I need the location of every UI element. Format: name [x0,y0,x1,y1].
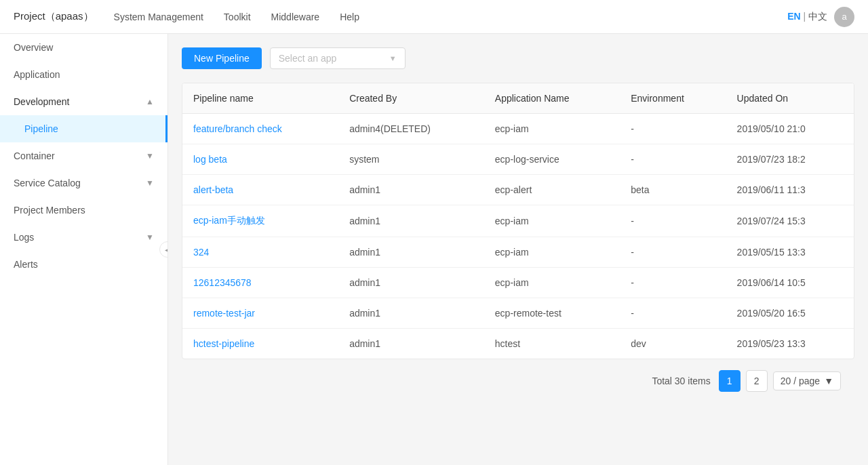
cell-updated-on: 2019/06/14 10:5 [726,268,854,298]
cell-created-by: admin4(DELETED) [338,114,484,144]
col-pipeline-name: Pipeline name [182,83,338,114]
pipeline-name-link[interactable]: log beta [193,154,227,165]
page-size-label: 20 / page [781,376,820,386]
nav-system-management[interactable]: System Management [114,12,203,22]
cell-environment: - [620,114,726,144]
page-2-button[interactable]: 2 [746,370,768,392]
cell-pipeline-name: ecp-iam手动触发 [182,205,338,237]
sidebar: Overview Application Development ▲ Pipel… [0,34,168,465]
sidebar-item-alerts[interactable]: Alerts [0,251,167,278]
cell-app-name: ecp-iam [484,237,620,268]
col-updated-on: Updated On [726,83,854,114]
lang-zh[interactable]: 中文 [808,11,827,22]
pipeline-table-container: Pipeline name Created By Application Nam… [182,83,854,359]
table-row: feature/branch check admin4(DELETED) ecp… [182,114,854,144]
nav-items: System Management Toolkit Middleware Hel… [114,12,788,22]
sidebar-item-logs[interactable]: Logs ▼ [0,224,167,251]
dropdown-caret-icon: ▼ [389,54,397,62]
pipeline-table: Pipeline name Created By Application Nam… [182,83,854,359]
cell-created-by: admin1 [338,237,484,268]
col-environment: Environment [620,83,726,114]
cell-pipeline-name: remote-test-jar [182,298,338,329]
pagination-total: Total 30 items [652,376,710,386]
cell-pipeline-name: hctest-pipeline [182,329,338,359]
pipeline-name-link[interactable]: 324 [193,247,209,258]
select-app-placeholder: Select an app [279,53,337,64]
table-row: log beta system ecp-log-service - 2019/0… [182,144,854,175]
col-created-by: Created By [338,83,484,114]
cell-created-by: admin1 [338,175,484,205]
pagination: Total 30 items 1 2 20 / page ▼ [182,359,854,403]
chevron-down-icon-container: ▼ [146,151,154,161]
chevron-up-icon: ▲ [146,97,154,106]
cell-app-name: ecp-iam [484,114,620,144]
cell-created-by: admin1 [338,298,484,329]
cell-created-by: admin1 [338,268,484,298]
layout: Overview Application Development ▲ Pipel… [0,0,868,465]
cell-updated-on: 2019/07/23 18:2 [726,144,854,175]
cell-updated-on: 2019/05/10 21:0 [726,114,854,144]
cell-environment: - [620,205,726,237]
lang-switcher: EN | 中文 [787,11,827,23]
select-app-dropdown[interactable]: Select an app ▼ [270,47,406,69]
cell-environment: - [620,237,726,268]
cell-updated-on: 2019/05/23 13:3 [726,329,854,359]
cell-app-name: ecp-alert [484,175,620,205]
table-scroll: Pipeline name Created By Application Nam… [182,83,854,359]
sidebar-item-overview[interactable]: Overview [0,34,167,61]
page-size-select[interactable]: 20 / page ▼ [773,371,841,390]
cell-app-name: ecp-remote-test [484,298,620,329]
cell-updated-on: 2019/05/20 16:5 [726,298,854,329]
lang-en[interactable]: EN [787,11,800,22]
pipeline-name-link[interactable]: ecp-iam手动触发 [193,215,265,226]
table-row: hctest-pipeline admin1 hctest dev 2019/0… [182,329,854,359]
cell-updated-on: 2019/06/11 11:3 [726,175,854,205]
cell-environment: beta [620,175,726,205]
pipeline-name-link[interactable]: feature/branch check [193,123,282,134]
nav-middleware[interactable]: Middleware [271,12,320,22]
chevron-down-icon-service: ▼ [146,178,154,188]
main-content: New Pipeline Select an app ▼ Pipeline na… [168,34,868,465]
toolbar: New Pipeline Select an app ▼ [182,47,854,69]
cell-pipeline-name: alert-beta [182,175,338,205]
sidebar-item-service-catalog[interactable]: Service Catalog ▼ [0,169,167,197]
page-size-caret-icon: ▼ [824,376,833,386]
sidebar-item-project-members[interactable]: Project Members [0,197,167,224]
nav-toolkit[interactable]: Toolkit [224,12,251,22]
table-header-row: Pipeline name Created By Application Nam… [182,83,854,114]
cell-environment: - [620,144,726,175]
col-app-name: Application Name [484,83,620,114]
cell-environment: - [620,268,726,298]
sidebar-item-pipeline[interactable]: Pipeline [0,115,167,142]
cell-created-by: system [338,144,484,175]
cell-pipeline-name: 12612345678 [182,268,338,298]
cell-pipeline-name: log beta [182,144,338,175]
table-row: ecp-iam手动触发 admin1 ecp-iam - 2019/07/24 … [182,205,854,237]
brand: Project（apaas） [14,10,94,23]
cell-app-name: ecp-log-service [484,144,620,175]
cell-updated-on: 2019/05/15 13:3 [726,237,854,268]
chevron-down-icon-logs: ▼ [146,232,154,242]
sidebar-item-application[interactable]: Application [0,61,167,88]
lang-sep: | [803,11,806,22]
cell-updated-on: 2019/07/24 15:3 [726,205,854,237]
cell-app-name: hctest [484,329,620,359]
sidebar-item-development[interactable]: Development ▲ [0,88,167,115]
top-nav: Project（apaas） System Management Toolkit… [0,0,868,34]
page-1-button[interactable]: 1 [719,370,741,392]
nav-right: EN | 中文 a [787,7,854,27]
nav-help[interactable]: Help [340,12,359,22]
pipeline-name-link[interactable]: hctest-pipeline [193,338,254,349]
table-row: remote-test-jar admin1 ecp-remote-test -… [182,298,854,329]
sidebar-item-container[interactable]: Container ▼ [0,142,167,169]
pipeline-name-link[interactable]: 12612345678 [193,277,252,288]
cell-created-by: admin1 [338,205,484,237]
avatar[interactable]: a [834,7,854,27]
pipeline-name-link[interactable]: remote-test-jar [193,308,255,319]
cell-environment: dev [620,329,726,359]
new-pipeline-button[interactable]: New Pipeline [182,47,262,69]
cell-pipeline-name: 324 [182,237,338,268]
pipeline-name-link[interactable]: alert-beta [193,184,233,195]
cell-pipeline-name: feature/branch check [182,114,338,144]
cell-environment: - [620,298,726,329]
